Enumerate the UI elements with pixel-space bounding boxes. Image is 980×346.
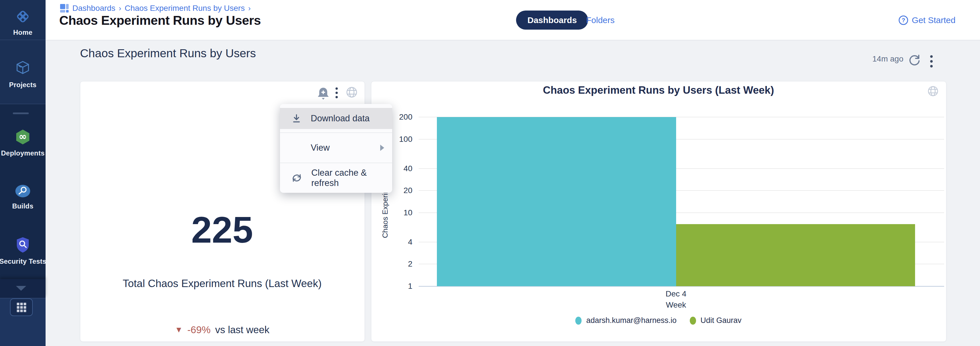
- y-axis-tick-label: 2: [381, 259, 412, 268]
- sidebar-item-deployments[interactable]: ∞ Deployments: [0, 129, 46, 157]
- cube-icon: [14, 60, 31, 78]
- breadcrumb-separator: ›: [119, 4, 121, 13]
- sidebar-item-label: Deployments: [1, 149, 45, 157]
- svg-text:?: ?: [901, 17, 905, 23]
- legend-label: Udit Gaurav: [701, 316, 741, 325]
- legend-dot-teal: [575, 317, 582, 325]
- kpi-delta: ▼ -69% vs last week: [80, 324, 364, 335]
- kpi-label: Total Chaos Experiment Runs (Last Week): [80, 278, 364, 290]
- alert-bell-icon[interactable]: [317, 86, 330, 102]
- sidebar-item-label: Home: [13, 29, 32, 37]
- get-started-link[interactable]: ? Get Started: [898, 11, 956, 30]
- kpi-value: 225: [80, 211, 364, 248]
- shield-icon: [15, 236, 30, 255]
- tab-folders[interactable]: Folders: [586, 11, 615, 30]
- x-axis-title: Week: [437, 300, 915, 309]
- download-icon: [291, 113, 302, 124]
- menu-item-clear-cache[interactable]: Clear cache & refresh: [280, 163, 392, 193]
- menu-item-label: View: [311, 143, 330, 153]
- chart-legend: adarsh.kumar@harness.io Udit Gaurav: [371, 316, 946, 325]
- home-icon: [15, 8, 31, 25]
- legend-item[interactable]: adarsh.kumar@harness.io: [575, 316, 676, 325]
- module-selector-button[interactable]: [10, 298, 33, 316]
- legend-item[interactable]: Udit Gaurav: [690, 316, 741, 325]
- y-axis-tick-label: 1: [381, 282, 412, 291]
- sidebar-item-label: Security Tests: [0, 257, 46, 265]
- sidebar-item-label: Projects: [9, 81, 37, 89]
- builds-icon: [14, 184, 31, 199]
- menu-item-label: Download data: [311, 113, 370, 124]
- delta-down-triangle-icon: ▼: [175, 326, 183, 334]
- submenu-caret-icon: [380, 144, 384, 151]
- kebab-menu-icon[interactable]: [930, 55, 933, 68]
- legend-dot-green: [690, 317, 696, 325]
- sidebar-section-divider: [0, 104, 46, 104]
- sidebar: Home Projects ∞ Depl: [0, 0, 46, 346]
- last-refresh-time: 14m ago: [872, 54, 904, 63]
- bar-green[interactable]: [676, 224, 915, 286]
- chart-globe-icon[interactable]: [928, 86, 939, 98]
- chart-title: Chaos Experiment Runs by Users (Last Wee…: [371, 84, 946, 96]
- sidebar-item-projects[interactable]: Projects: [0, 60, 46, 89]
- menu-item-download-data[interactable]: Download data: [280, 108, 392, 129]
- breadcrumb-separator: ›: [248, 4, 251, 13]
- tile-globe-icon[interactable]: [346, 86, 358, 99]
- sidebar-item-builds[interactable]: Builds: [0, 184, 46, 210]
- page-title: Chaos Experiment Runs by Users: [59, 13, 261, 28]
- svg-text:∞: ∞: [19, 131, 27, 142]
- top-header: Dashboards › Chaos Experiment Runs by Us…: [46, 0, 980, 40]
- breadcrumb: Dashboards › Chaos Experiment Runs by Us…: [60, 3, 251, 13]
- breadcrumb-link-current[interactable]: Chaos Experiment Runs by Users: [125, 4, 245, 13]
- delta-value: -69%: [188, 324, 211, 335]
- menu-item-label: Clear cache & refresh: [311, 168, 384, 188]
- chevron-down-icon[interactable]: [16, 286, 26, 291]
- dashboard-heading: Chaos Experiment Runs by Users: [80, 47, 256, 60]
- x-axis-tick-label: Dec 4: [437, 289, 915, 298]
- bar-teal[interactable]: [437, 117, 676, 286]
- tile-kebab-icon[interactable]: [336, 87, 338, 98]
- grid-icon: [17, 303, 26, 312]
- sidebar-item-home[interactable]: Home: [0, 8, 46, 37]
- tab-dashboards[interactable]: Dashboards: [516, 11, 588, 30]
- refresh-icon[interactable]: [908, 54, 921, 68]
- dashboards-grid-icon: [60, 4, 69, 13]
- sidebar-item-security-tests[interactable]: Security Tests: [0, 236, 46, 265]
- delta-suffix: vs last week: [215, 324, 269, 335]
- get-started-label: Get Started: [912, 15, 956, 25]
- sidebar-handle[interactable]: [13, 113, 29, 114]
- legend-label: adarsh.kumar@harness.io: [586, 316, 676, 325]
- sidebar-item-label: Builds: [12, 202, 33, 210]
- y-axis-tick-label: 4: [381, 238, 412, 247]
- deployments-icon: ∞: [15, 129, 31, 146]
- breadcrumb-link-dashboards[interactable]: Dashboards: [72, 4, 115, 13]
- question-circle-icon: ?: [898, 15, 908, 25]
- app-window: Home Projects ∞ Depl: [0, 0, 980, 346]
- sidebar-divider: [0, 40, 46, 40]
- menu-item-view[interactable]: View: [280, 133, 392, 163]
- cycle-icon: [291, 173, 303, 183]
- tile-context-menu: Download data View Clear cache & refresh: [280, 104, 392, 193]
